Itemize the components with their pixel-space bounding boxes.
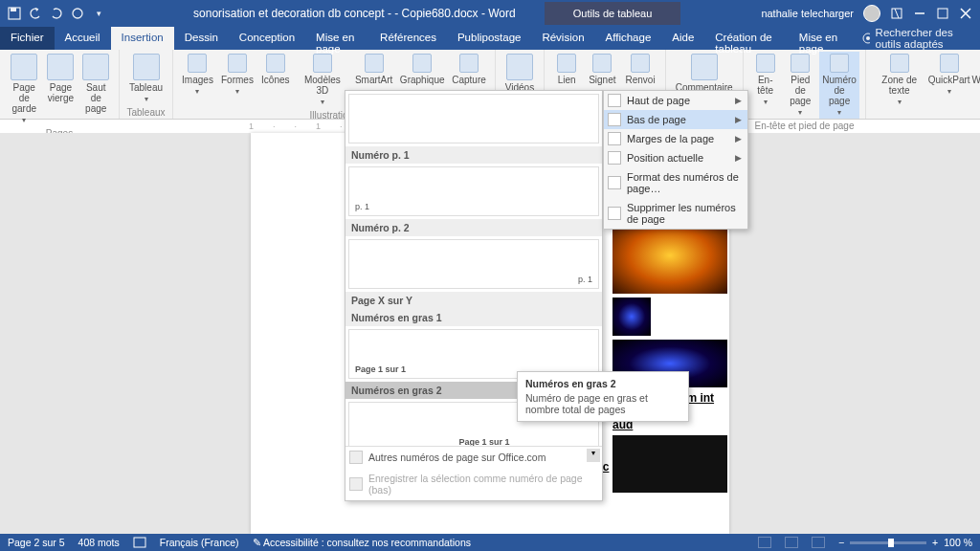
view-web-icon[interactable] — [812, 537, 825, 548]
wordart-button[interactable]: WordArt▾ — [971, 52, 980, 108]
footer-label: Pied de page — [788, 75, 813, 106]
tab-home[interactable]: Accueil — [55, 27, 111, 50]
tab-mailings[interactable]: Publipostage — [447, 27, 532, 50]
gallery-more-office[interactable]: Autres numéros de page sur Office.com — [345, 447, 602, 468]
refresh-icon[interactable] — [71, 7, 84, 20]
tab-tbllayout[interactable]: Mise en page — [789, 27, 853, 50]
textbox-button[interactable]: Zone de texte▾ — [872, 52, 926, 108]
menu-page-margins[interactable]: Marges de la page▶ — [604, 129, 747, 148]
office-icon — [349, 451, 363, 464]
gallery-item-num2[interactable]: p. 1 — [348, 239, 599, 289]
table-button[interactable]: Tableau▾ — [125, 52, 167, 105]
sample-p1-left: p. 1 — [355, 202, 369, 211]
status-lang[interactable]: Français (France) — [160, 537, 239, 548]
tell-me[interactable]: Rechercher des outils adaptés — [853, 27, 980, 50]
group-header: En-tête et pied de page — [749, 119, 860, 134]
zoom-in-icon[interactable]: + — [932, 537, 938, 548]
zoom-value[interactable]: 100 % — [944, 537, 972, 548]
textbox-label: Zone de texte — [876, 75, 923, 96]
tab-design[interactable]: Dessin — [174, 27, 229, 50]
icons-button[interactable]: Icônes — [258, 52, 293, 108]
page-margin-icon — [608, 132, 621, 145]
smartart-label: SmartArt — [355, 75, 392, 85]
header-button[interactable]: En-tête▾ — [749, 52, 782, 119]
pagenum-button[interactable]: Numéro de page▾ — [819, 52, 859, 119]
undo-icon[interactable] — [29, 7, 42, 20]
page-break-button[interactable]: Saut de page — [78, 52, 113, 126]
gallery-item-blank[interactable] — [348, 94, 599, 143]
tooltip-body: Numéro de page en gras et nombre total d… — [525, 392, 680, 415]
chart-label: Graphique — [400, 75, 445, 85]
link-label: Lien — [558, 75, 576, 85]
blank-page-button[interactable]: Page vierge — [44, 52, 77, 126]
avatar[interactable] — [863, 5, 880, 22]
gallery-head-pagexy: Page X sur Y — [345, 292, 602, 309]
qat-more-icon[interactable]: ▾ — [92, 7, 105, 20]
remove-icon — [608, 207, 621, 220]
cursor-icon — [608, 151, 621, 165]
models3d-button[interactable]: Modèles 3D▾ — [295, 52, 350, 108]
svg-rect-10 — [134, 538, 145, 547]
tab-file[interactable]: Fichier — [0, 27, 55, 50]
blank-page-label: Page vierge — [48, 82, 74, 103]
view-read-icon[interactable] — [758, 537, 771, 548]
gallery-more-label: Autres numéros de page sur Office.com — [368, 452, 546, 463]
shapes-button[interactable]: Formes▾ — [218, 52, 256, 108]
status-acc-label: Accessibilité : consultez nos recommanda… — [263, 537, 471, 548]
quickpart-button[interactable]: QuickPart▾ — [928, 52, 969, 108]
svg-point-9 — [866, 36, 870, 40]
group-text: Texte — [872, 108, 980, 123]
tab-references[interactable]: Références — [369, 27, 447, 50]
user-name: nathalie telecharger — [761, 8, 854, 19]
sample-p1-right: p. 1 — [578, 275, 592, 284]
close-icon[interactable] — [959, 7, 972, 20]
save-selection-icon — [349, 477, 363, 491]
view-print-icon[interactable] — [785, 537, 798, 548]
gallery-save-label: Enregistrer la sélection comme numéro de… — [368, 473, 594, 496]
header-label: En-tête — [753, 75, 778, 96]
menu-format-numbers[interactable]: Format des numéros de page… — [604, 167, 747, 198]
redo-icon[interactable] — [50, 7, 63, 20]
minimize-icon[interactable] — [913, 7, 926, 20]
document-title: sonorisation et decoration db concept - … — [193, 7, 516, 20]
status-page[interactable]: Page 2 sur 5 — [8, 537, 65, 548]
menu-current-position[interactable]: Position actuelle▶ — [604, 148, 747, 167]
cover-page-label: Page de garde — [10, 82, 38, 114]
status-spellcheck-icon[interactable] — [133, 537, 146, 548]
page-break-label: Saut de page — [82, 82, 109, 114]
images-button[interactable]: Images▾ — [179, 52, 216, 108]
tab-help[interactable]: Aide — [661, 27, 704, 50]
menu-top-of-page[interactable]: Haut de page▶ — [604, 91, 747, 110]
gallery-item-num1[interactable]: p. 1 — [348, 166, 599, 216]
page-bottom-icon — [608, 113, 621, 126]
ribbon-options-icon[interactable] — [890, 7, 903, 20]
comment-button[interactable]: Commentaire — [672, 52, 737, 95]
menu-format-label: Format des numéros de page… — [627, 171, 740, 194]
page-top-icon — [608, 94, 621, 107]
tab-insert[interactable]: Insertion — [111, 27, 174, 50]
tab-layout[interactable]: Mise en page — [305, 27, 369, 50]
save-icon[interactable] — [8, 7, 21, 20]
tab-view[interactable]: Affichage — [595, 27, 662, 50]
status-words[interactable]: 408 mots — [78, 537, 120, 548]
menu-remove-label: Supprimer les numéros de page — [627, 202, 740, 225]
status-accessibility[interactable]: ✎ Accessibilité : consultez nos recomman… — [253, 537, 471, 548]
footer-button[interactable]: Pied de page▾ — [784, 52, 817, 119]
pagenum-label: Numéro de page — [822, 75, 857, 106]
maximize-icon[interactable] — [936, 7, 949, 20]
tab-tbldesign[interactable]: Création de tableau — [704, 27, 789, 50]
menu-current-label: Position actuelle — [627, 152, 703, 164]
pagenum-gallery: Numéro p. 1 p. 1 Numéro p. 2 p. 1 Page X… — [345, 90, 603, 501]
zoom-slider[interactable] — [850, 541, 926, 544]
images-label: Images — [182, 75, 213, 85]
svg-rect-1 — [11, 8, 16, 11]
context-tab-title: Outils de tableau — [545, 2, 681, 25]
tab-conception[interactable]: Conception — [229, 27, 305, 50]
svg-rect-5 — [938, 9, 947, 18]
cover-page-button[interactable]: Page de garde▾ — [6, 52, 42, 126]
zoom-out-icon[interactable]: − — [838, 537, 844, 548]
tab-review[interactable]: Révision — [531, 27, 594, 50]
menu-remove-numbers[interactable]: Supprimer les numéros de page — [604, 198, 747, 229]
menu-bottom-of-page[interactable]: Bas de page▶ — [604, 110, 747, 129]
capture-label: Capture — [452, 75, 486, 85]
